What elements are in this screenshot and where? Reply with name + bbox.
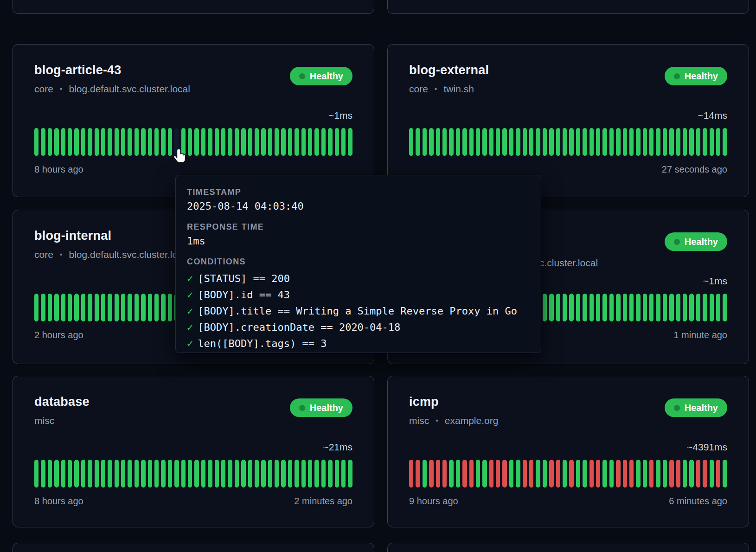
status-bar[interactable] (235, 128, 239, 156)
status-bar[interactable] (135, 128, 139, 156)
status-bar[interactable] (716, 294, 720, 321)
status-bar[interactable] (61, 460, 65, 488)
status-bar[interactable] (676, 460, 680, 488)
status-bar[interactable] (703, 128, 707, 156)
status-bar[interactable] (489, 460, 493, 488)
status-bar[interactable] (255, 460, 259, 488)
status-bar[interactable] (703, 460, 707, 488)
status-bar[interactable] (663, 128, 667, 156)
status-bar[interactable] (523, 128, 527, 156)
status-bar[interactable] (710, 460, 714, 488)
status-bar[interactable] (54, 128, 58, 156)
status-bar[interactable] (261, 460, 265, 488)
status-bar[interactable] (656, 128, 660, 156)
status-bar[interactable] (275, 128, 279, 156)
status-bar[interactable] (609, 294, 614, 321)
status-bar[interactable] (543, 128, 547, 156)
status-bar[interactable] (135, 294, 139, 321)
status-bar[interactable] (436, 460, 440, 488)
status-bar[interactable] (602, 460, 607, 488)
uptime-bars[interactable] (34, 128, 352, 156)
status-bar[interactable] (710, 294, 714, 321)
status-bar[interactable] (101, 460, 105, 488)
status-bar[interactable] (268, 128, 272, 156)
status-bar[interactable] (596, 294, 600, 321)
status-bar[interactable] (723, 128, 727, 156)
status-bar[interactable] (429, 460, 433, 488)
status-bar[interactable] (281, 460, 285, 488)
status-bar[interactable] (456, 128, 460, 156)
status-bar[interactable] (108, 460, 112, 488)
status-bar[interactable] (536, 128, 540, 156)
status-bar[interactable] (643, 294, 647, 321)
status-bar[interactable] (34, 128, 38, 156)
status-bar[interactable] (161, 460, 165, 488)
status-bar[interactable] (529, 460, 533, 488)
status-bar[interactable] (723, 460, 727, 488)
status-bar[interactable] (689, 128, 693, 156)
status-bar[interactable] (516, 460, 520, 488)
status-bar[interactable] (669, 294, 673, 321)
status-bar[interactable] (181, 128, 186, 156)
status-bar[interactable] (569, 294, 573, 321)
status-bar[interactable] (636, 460, 640, 488)
status-bar[interactable] (449, 460, 453, 488)
status-bar[interactable] (54, 460, 58, 488)
status-bar[interactable] (549, 460, 553, 488)
status-bar[interactable] (301, 460, 306, 488)
status-bar[interactable] (301, 128, 306, 156)
status-bar[interactable] (68, 294, 72, 321)
status-bar[interactable] (48, 460, 52, 488)
status-bar[interactable] (81, 460, 85, 488)
status-bar[interactable] (101, 294, 105, 321)
status-bar[interactable] (629, 460, 634, 488)
status-bar[interactable] (476, 460, 480, 488)
status-bar[interactable] (308, 460, 312, 488)
status-bar[interactable] (68, 128, 72, 156)
status-bar[interactable] (181, 460, 186, 488)
status-bar[interactable] (41, 294, 45, 321)
status-bar[interactable] (161, 294, 165, 321)
status-bar[interactable] (268, 460, 272, 488)
status-bar[interactable] (174, 128, 179, 156)
status-bar[interactable] (295, 128, 299, 156)
status-bar[interactable] (596, 128, 600, 156)
status-bar[interactable] (221, 460, 225, 488)
status-bar[interactable] (409, 128, 413, 156)
status-bar[interactable] (228, 128, 232, 156)
status-bar[interactable] (335, 128, 339, 156)
status-bar[interactable] (41, 460, 45, 488)
status-bar[interactable] (68, 460, 72, 488)
status-bar[interactable] (194, 460, 199, 488)
status-bar[interactable] (649, 460, 653, 488)
status-bar[interactable] (429, 128, 433, 156)
status-bar[interactable] (95, 460, 99, 488)
status-bar[interactable] (643, 128, 647, 156)
status-bar[interactable] (81, 294, 85, 321)
status-bar[interactable] (295, 460, 299, 488)
status-bar[interactable] (148, 460, 152, 488)
status-bar[interactable] (148, 294, 152, 321)
status-bar[interactable] (436, 128, 440, 156)
status-bar[interactable] (261, 128, 265, 156)
status-bar[interactable] (563, 128, 567, 156)
status-bar[interactable] (335, 460, 339, 488)
status-bar[interactable] (676, 128, 680, 156)
status-bar[interactable] (34, 460, 38, 488)
status-bar[interactable] (95, 294, 99, 321)
status-bar[interactable] (95, 128, 99, 156)
status-bar[interactable] (328, 128, 332, 156)
status-bar[interactable] (314, 128, 319, 156)
status-bar[interactable] (623, 128, 627, 156)
status-bar[interactable] (161, 128, 165, 156)
status-bar[interactable] (482, 128, 487, 156)
status-bar[interactable] (602, 294, 607, 321)
status-bar[interactable] (135, 460, 139, 488)
endpoint-card-blog-article-43[interactable]: blog-article-43 core • blog.default.svc.… (13, 44, 374, 197)
status-bar[interactable] (576, 460, 580, 488)
status-bar[interactable] (623, 294, 627, 321)
status-bar[interactable] (609, 460, 614, 488)
status-bar[interactable] (563, 460, 567, 488)
status-bar[interactable] (496, 128, 500, 156)
status-bar[interactable] (168, 128, 172, 156)
